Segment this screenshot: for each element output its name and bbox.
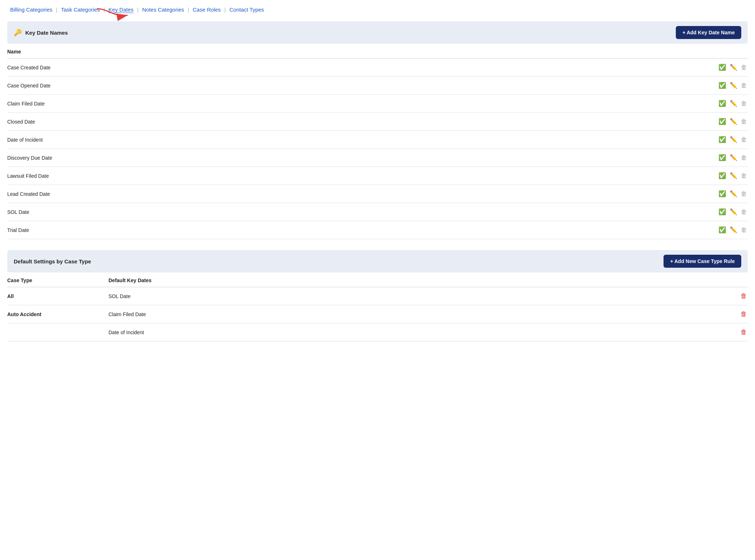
table-row: Case Opened Date ✅ ✏️ 🗑	[7, 77, 748, 95]
row-lead-created-date: Lead Created Date	[7, 191, 50, 197]
case-type-row-all: All SOL Date 🗑	[7, 287, 748, 305]
clipboard-icon-9[interactable]: ✅	[718, 225, 727, 234]
table-row: Lead Created Date ✅ ✏️ 🗑	[7, 185, 748, 203]
row-actions: ✅ ✏️ 🗑	[718, 135, 748, 144]
nav-case-roles[interactable]: Case Roles	[193, 7, 221, 13]
clipboard-icon-7[interactable]: ✅	[718, 189, 727, 198]
edit-icon-1[interactable]: ✏️	[729, 81, 738, 90]
table-row: Date of Incident ✅ ✏️ 🗑	[7, 131, 748, 149]
row-discovery-due-date: Discovery Due Date	[7, 155, 52, 161]
delete-case-type-rule-all[interactable]: 🗑	[740, 292, 748, 301]
table-row: Lawsuit Filed Date ✅ ✏️ 🗑	[7, 167, 748, 185]
delete-icon-8[interactable]: 🗑	[740, 208, 748, 216]
row-case-created-date: Case Created Date	[7, 65, 51, 70]
clipboard-icon-0[interactable]: ✅	[718, 63, 727, 72]
edit-icon-2[interactable]: ✏️	[729, 99, 738, 108]
name-column-header: Name	[7, 44, 748, 59]
table-row: Trial Date ✅ ✏️ 🗑	[7, 221, 748, 239]
delete-icon-5[interactable]: 🗑	[740, 154, 748, 162]
row-actions: ✅ ✏️ 🗑	[718, 63, 748, 72]
ct-row-actions-auto-accident: 🗑	[740, 310, 748, 319]
edit-icon-4[interactable]: ✏️	[729, 135, 738, 144]
key-date-names-table: Name Case Created Date ✅ ✏️ 🗑 Case Opene…	[7, 44, 748, 239]
add-case-type-rule-button[interactable]: + Add New Case Type Rule	[664, 255, 741, 268]
row-actions: ✅ ✏️ 🗑	[718, 153, 748, 162]
row-lawsuit-filed-date: Lawsuit Filed Date	[7, 173, 49, 179]
delete-case-type-rule-auto-accident[interactable]: 🗑	[740, 310, 748, 319]
edit-icon-5[interactable]: ✏️	[729, 153, 738, 162]
edit-icon-3[interactable]: ✏️	[729, 117, 738, 126]
edit-icon-0[interactable]: ✏️	[729, 63, 738, 72]
nav-billing-categories[interactable]: Billing Categories	[10, 7, 52, 13]
default-settings-header-left: Default Settings by Case Type	[14, 258, 91, 264]
case-type-column-header: Case Type	[7, 277, 108, 283]
delete-icon-4[interactable]: 🗑	[740, 135, 748, 144]
delete-icon-0[interactable]: 🗑	[740, 63, 748, 72]
delete-icon-1[interactable]: 🗑	[740, 81, 748, 90]
table-row: Closed Date ✅ ✏️ 🗑	[7, 113, 748, 131]
delete-icon-9[interactable]: 🗑	[740, 226, 748, 234]
key-date-claim-filed: Claim Filed Date	[108, 311, 740, 317]
delete-icon-6[interactable]: 🗑	[740, 172, 748, 180]
clipboard-icon-3[interactable]: ✅	[718, 117, 727, 126]
key-icon: 🔑	[14, 29, 22, 36]
delete-icon-7[interactable]: 🗑	[740, 190, 748, 198]
clipboard-icon-2[interactable]: ✅	[718, 99, 727, 108]
delete-case-type-rule-date-of-incident[interactable]: 🗑	[740, 328, 748, 337]
row-case-opened-date: Case Opened Date	[7, 83, 51, 89]
key-date-names-header-left: 🔑 Key Date Names	[14, 29, 68, 36]
clipboard-icon-5[interactable]: ✅	[718, 153, 727, 162]
case-type-row-auto-accident: Auto Accident Claim Filed Date 🗑	[7, 305, 748, 323]
edit-icon-9[interactable]: ✏️	[729, 225, 738, 234]
row-actions: ✅ ✏️ 🗑	[718, 207, 748, 216]
row-date-of-incident: Date of Incident	[7, 137, 43, 143]
nav-sep-4: |	[188, 7, 189, 13]
delete-icon-2[interactable]: 🗑	[740, 99, 748, 108]
clipboard-icon-8[interactable]: ✅	[718, 207, 727, 216]
nav-notes-categories[interactable]: Notes Categories	[142, 7, 184, 13]
edit-icon-7[interactable]: ✏️	[729, 189, 738, 198]
nav-sep-5: |	[225, 7, 226, 13]
row-closed-date: Closed Date	[7, 119, 35, 125]
case-type-row-date-of-incident: Date of Incident 🗑	[7, 323, 748, 341]
nav-sep-1: |	[56, 7, 57, 13]
table-row: Claim Filed Date ✅ ✏️ 🗑	[7, 95, 748, 113]
row-claim-filed-date: Claim Filed Date	[7, 101, 44, 107]
row-trial-date: Trial Date	[7, 227, 29, 233]
case-type-auto-accident: Auto Accident	[7, 311, 108, 317]
ct-row-actions-date-of-incident: 🗑	[740, 328, 748, 337]
table-row: Discovery Due Date ✅ ✏️ 🗑	[7, 149, 748, 167]
edit-icon-6[interactable]: ✏️	[729, 171, 738, 180]
nav-sep-2: |	[103, 7, 105, 13]
key-date-names-title: Key Date Names	[25, 30, 68, 36]
top-navigation: Billing Categories | Task Categories | K…	[0, 0, 755, 15]
row-sol-date: SOL Date	[7, 209, 29, 215]
row-actions: ✅ ✏️ 🗑	[718, 225, 748, 234]
case-type-col-headers: Case Type Default Key Dates	[7, 272, 748, 287]
key-date-names-section-header: 🔑 Key Date Names + Add Key Date Name	[7, 21, 748, 44]
clipboard-icon-1[interactable]: ✅	[718, 81, 727, 90]
table-row: Case Created Date ✅ ✏️ 🗑	[7, 59, 748, 77]
row-actions: ✅ ✏️ 🗑	[718, 81, 748, 90]
nav-task-categories[interactable]: Task Categories	[61, 7, 100, 13]
key-dates-column-header: Default Key Dates	[108, 277, 748, 283]
ct-row-actions-all: 🗑	[740, 292, 748, 301]
row-actions: ✅ ✏️ 🗑	[718, 99, 748, 108]
default-settings-section: Default Settings by Case Type + Add New …	[0, 250, 755, 341]
key-date-date-of-incident: Date of Incident	[108, 329, 740, 335]
default-settings-title: Default Settings by Case Type	[14, 258, 91, 264]
nav-contact-types[interactable]: Contact Types	[229, 7, 264, 13]
row-actions: ✅ ✏️ 🗑	[718, 189, 748, 198]
case-type-table: Case Type Default Key Dates All SOL Date…	[7, 272, 748, 341]
clipboard-icon-6[interactable]: ✅	[718, 171, 727, 180]
edit-icon-8[interactable]: ✏️	[729, 207, 738, 216]
default-settings-section-header: Default Settings by Case Type + Add New …	[7, 250, 748, 272]
add-key-date-name-button[interactable]: + Add Key Date Name	[676, 26, 741, 39]
row-actions: ✅ ✏️ 🗑	[718, 117, 748, 126]
clipboard-icon-4[interactable]: ✅	[718, 135, 727, 144]
row-actions: ✅ ✏️ 🗑	[718, 171, 748, 180]
delete-icon-3[interactable]: 🗑	[740, 117, 748, 126]
case-type-all: All	[7, 293, 108, 299]
nav-sep-3: |	[137, 7, 138, 13]
nav-key-dates[interactable]: Key Dates	[108, 7, 133, 13]
